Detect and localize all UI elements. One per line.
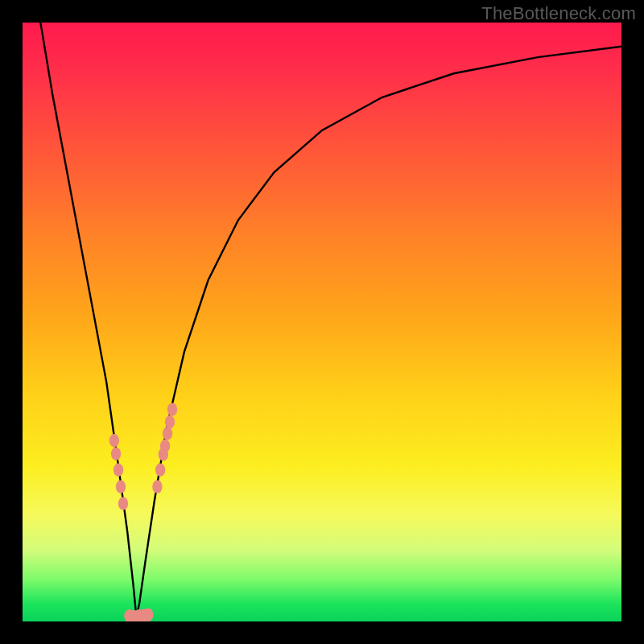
plot-area [23,23,621,621]
data-point-marker [114,464,123,477]
data-point-marker [152,480,162,493]
data-point-marker [165,415,175,428]
data-point-marker [155,464,165,477]
bottleneck-curve-path [40,23,621,617]
data-point-marker [109,434,119,447]
data-point-marker [167,402,177,415]
chart-svg [23,23,621,621]
chart-frame: TheBottleneck.com [0,0,644,644]
data-point-marker [163,427,172,440]
watermark-text: TheBottleneck.com [481,3,636,24]
marker-group [109,402,178,621]
data-point-marker [160,440,170,452]
data-point-marker [111,447,121,460]
data-point-marker [143,609,153,621]
data-point-marker [116,480,126,493]
data-point-marker [118,497,128,510]
